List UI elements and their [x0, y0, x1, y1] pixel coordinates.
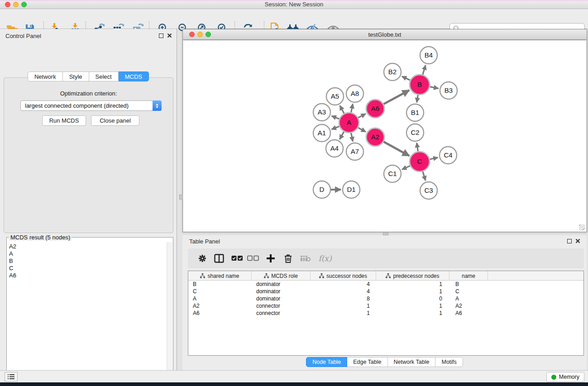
mcds-result-box: MCDS result (5 nodes) A2ABCA6: [6, 237, 173, 386]
tab-network-table[interactable]: Network Table: [388, 357, 436, 367]
split-view-icon[interactable]: [212, 252, 226, 265]
edge-C-C1[interactable]: [402, 166, 410, 169]
column-header-shared-name[interactable]: shared name: [188, 271, 252, 281]
cell: 4: [311, 288, 376, 295]
node-attribute-table[interactable]: shared nameMCDS rolesuccessor nodesprede…: [188, 271, 584, 356]
edge-A-A8[interactable]: [351, 104, 353, 113]
node-label-A8: A8: [351, 90, 359, 97]
table-row[interactable]: A2connector11A2: [188, 302, 583, 310]
tab-network[interactable]: Network: [28, 71, 63, 81]
table-row[interactable]: Bdominator41B: [188, 281, 583, 288]
result-scrollbar[interactable]: [167, 242, 172, 386]
add-column-icon[interactable]: [263, 252, 278, 265]
close-panel-icon[interactable]: [167, 33, 172, 38]
session-title: Session: New Session: [0, 1, 588, 8]
delete-table-icon[interactable]: [298, 252, 313, 265]
cell: 1: [311, 302, 376, 310]
network-window-titlebar[interactable]: testGlobe.txt: [183, 29, 587, 40]
network-canvas[interactable]: B4B2BB3A8A5A6A3B1AA1C2A2A4A7C4CC1C3DD1: [183, 40, 586, 232]
edge-A-A6[interactable]: [358, 114, 366, 118]
node-label-A: A: [347, 119, 351, 126]
cell: connector: [252, 310, 311, 317]
close-table-panel-icon[interactable]: [575, 238, 580, 243]
cell: dominator: [252, 295, 311, 302]
node-label-C3: C3: [424, 186, 433, 194]
table-panel: Table Panel f(x) shared nameMCDS rol: [182, 235, 587, 370]
tab-edge-table[interactable]: Edge Table: [347, 357, 387, 367]
column-label: shared name: [207, 273, 239, 279]
node-label-D1: D1: [347, 186, 355, 193]
tab-select[interactable]: Select: [89, 71, 119, 81]
list-icon: [8, 374, 15, 380]
table-row[interactable]: Cdominator41C: [188, 288, 583, 295]
function-builder-icon[interactable]: f(x): [315, 252, 335, 265]
edge-A6-B[interactable]: [384, 90, 410, 104]
cell: A6: [188, 310, 252, 317]
table-settings-icon[interactable]: [195, 252, 210, 265]
node-label-A4: A4: [330, 144, 339, 152]
delete-column-icon[interactable]: [281, 252, 295, 265]
float-panel-icon[interactable]: [159, 33, 163, 38]
table-row[interactable]: A6connector11A6: [188, 310, 583, 317]
cell: 4: [311, 281, 376, 288]
mcds-result-item[interactable]: C: [9, 265, 166, 272]
table-row[interactable]: Adominator80A: [188, 295, 583, 302]
cell: 1: [376, 281, 449, 288]
cell: C: [449, 288, 488, 295]
column-header-name[interactable]: name: [449, 271, 488, 281]
edge-B-B2[interactable]: [402, 76, 410, 81]
cell: A2: [449, 302, 488, 310]
tab-mcds[interactable]: MCDS: [119, 71, 149, 81]
node-label-B4: B4: [425, 51, 433, 59]
select-all-icon[interactable]: [230, 252, 244, 265]
close-panel-button[interactable]: Close panel: [91, 115, 139, 126]
edge-B-B3[interactable]: [430, 87, 439, 89]
memory-button[interactable]: Memory: [546, 372, 584, 382]
resize-grip[interactable]: [579, 224, 585, 230]
column-sort-icon: [264, 273, 269, 278]
node-label-A2: A2: [371, 133, 379, 141]
optimization-criterion-select[interactable]: largest connected component (directed): [20, 100, 162, 111]
edge-C-C3[interactable]: [423, 172, 425, 181]
tab-style[interactable]: Style: [63, 71, 89, 81]
edge-A-A7[interactable]: [351, 133, 353, 142]
mcds-result-list: A2ABCA6: [9, 243, 166, 279]
edge-A-A3[interactable]: [332, 116, 339, 119]
vertical-splitter-handle[interactable]: [179, 195, 183, 200]
edge-B-B4[interactable]: [423, 65, 425, 75]
edge-B-B1[interactable]: [417, 95, 418, 103]
table-toolbar: f(x): [188, 248, 584, 268]
cell: dominator: [252, 288, 311, 295]
deselect-all-icon[interactable]: [246, 252, 260, 265]
edge-A-A4[interactable]: [339, 132, 344, 139]
edge-A-A2[interactable]: [358, 128, 366, 132]
node-label-A3: A3: [318, 108, 326, 116]
mcds-result-legend: MCDS result (5 nodes): [9, 234, 72, 241]
edge-A-A1[interactable]: [332, 126, 339, 129]
mcds-panel: Optimization criterion: largest connecte…: [4, 77, 173, 233]
column-header-predecessor-nodes[interactable]: predecessor nodes: [376, 271, 449, 281]
edge-A2-C[interactable]: [383, 142, 409, 156]
control-panel-tabs: NetworkStyleSelectMCDS: [0, 71, 177, 81]
column-sort-icon: [319, 273, 324, 278]
edge-C-C2[interactable]: [417, 143, 418, 152]
task-history-button[interactable]: [5, 372, 18, 381]
tab-node-table[interactable]: Node Table: [306, 357, 347, 367]
float-table-panel-icon[interactable]: [567, 239, 572, 243]
edge-C-C4[interactable]: [430, 157, 438, 159]
node-label-B2: B2: [388, 68, 397, 76]
node-label-A6: A6: [371, 105, 379, 112]
cell: 1: [311, 310, 376, 317]
column-header-successor-nodes[interactable]: successor nodes: [311, 271, 376, 281]
cell: 8: [311, 295, 376, 302]
mcds-result-item[interactable]: B: [9, 257, 166, 265]
mcds-result-item[interactable]: A2: [9, 243, 166, 250]
mcds-result-item[interactable]: A6: [9, 272, 166, 279]
column-header-MCDS-role[interactable]: MCDS role: [252, 271, 311, 281]
tab-motifs[interactable]: Motifs: [435, 357, 463, 367]
table-panel-title: Table Panel: [189, 238, 220, 245]
edge-A-A5[interactable]: [340, 105, 344, 113]
mcds-result-item[interactable]: A: [9, 250, 166, 257]
run-mcds-button[interactable]: Run MCDS: [42, 115, 86, 126]
status-bar: Memory: [0, 370, 588, 382]
